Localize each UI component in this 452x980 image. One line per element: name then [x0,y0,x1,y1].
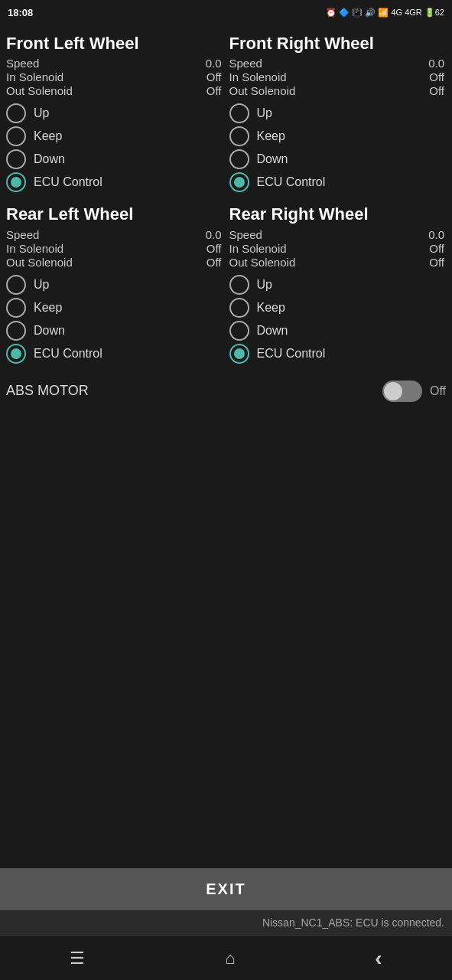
rear-right-radio-ecu[interactable]: ECU Control [229,344,445,364]
front-left-radio-down-circle [6,149,26,169]
bluetooth-icon: 🔷 [339,8,350,18]
front-right-radio-up-label: Up [257,106,272,120]
rear-left-title: Rear Left Wheel [6,204,222,224]
rear-left-radio-group: Up Keep Down ECU Control [6,275,222,364]
rear-right-outsolenoid-value: Off [429,256,444,269]
front-left-radio-group: Up Keep Down ECU Control [6,103,222,192]
front-right-speed-label: Speed [229,57,262,70]
battery-icon: 🔋62 [424,8,444,18]
nav-back-icon[interactable]: ‹ [359,943,397,974]
rear-right-radio-keep-circle [229,298,249,318]
front-right-radio-keep-circle [229,126,249,146]
front-right-title: Front Right Wheel [229,34,445,54]
front-right-speed-row: Speed 0.0 [229,57,445,70]
nav-menu-icon[interactable]: ☰ [54,946,100,972]
front-left-insolenoid-label: In Solenoid [6,70,63,83]
front-right-outsolenoid-row: Out Solenoid Off [229,84,445,97]
front-right-radio-up[interactable]: Up [229,103,445,123]
front-left-radio-keep-label: Keep [34,129,62,143]
front-left-radio-ecu-label: ECU Control [34,175,102,189]
network-4gr: 4GR [405,8,422,17]
front-left-radio-keep[interactable]: Keep [6,126,222,146]
front-right-radio-ecu[interactable]: ECU Control [229,172,445,192]
rear-left-radio-keep-label: Keep [34,301,62,315]
rear-right-radio-up-label: Up [257,278,272,292]
rear-left-radio-ecu-label: ECU Control [34,347,102,361]
abs-motor-toggle[interactable] [382,381,422,402]
rear-right-radio-keep-label: Keep [257,301,285,315]
rear-right-title: Rear Right Wheel [229,204,445,224]
front-right-radio-keep[interactable]: Keep [229,126,445,146]
rear-left-outsolenoid-row: Out Solenoid Off [6,256,222,269]
front-right-radio-down[interactable]: Down [229,149,445,169]
rear-left-radio-keep[interactable]: Keep [6,298,222,318]
rear-right-radio-up[interactable]: Up [229,275,445,295]
front-right-radio-ecu-circle [229,172,249,192]
rear-right-insolenoid-value: Off [429,242,444,255]
rear-left-speed-label: Speed [6,228,39,241]
rear-left-outsolenoid-value: Off [206,256,222,269]
status-bar: 18:08 ⏰ 🔷 📳 🔊 📶 4G 4GR 🔋62 [0,0,452,24]
front-left-radio-up-circle [6,103,26,123]
front-right-radio-keep-label: Keep [257,129,285,143]
front-left-speed-label: Speed [6,57,39,70]
front-right-insolenoid-row: In Solenoid Off [229,70,445,83]
abs-motor-label: ABS MOTOR [6,383,375,399]
rear-right-radio-up-circle [229,275,249,295]
network-4g: 4G [391,8,402,17]
rear-right-radio-keep[interactable]: Keep [229,298,445,318]
rear-left-radio-up-circle [6,275,26,295]
vibrate-icon: 📳 [352,8,363,18]
rear-left-radio-ecu[interactable]: ECU Control [6,344,222,364]
rear-left-radio-down-label: Down [34,324,65,338]
front-right-speed-value: 0.0 [428,57,444,70]
abs-motor-row: ABS MOTOR Off [3,373,449,410]
rear-right-radio-ecu-circle [229,344,249,364]
alarm-icon: ⏰ [326,8,337,18]
ecu-status-bar: Nissan_NC1_ABS: ECU is connected. [0,910,452,935]
rear-left-speed-value: 0.0 [206,228,222,241]
front-left-outsolenoid-label: Out Solenoid [6,84,73,97]
rear-right-outsolenoid-row: Out Solenoid Off [229,256,445,269]
wheels-grid: Front Left Wheel Speed 0.0 In Solenoid O… [3,31,449,373]
front-right-radio-down-circle [229,149,249,169]
rear-left-radio-up[interactable]: Up [6,275,222,295]
rear-left-radio-down[interactable]: Down [6,321,222,341]
nav-home-icon[interactable]: ⌂ [210,946,250,972]
rear-right-speed-label: Speed [229,228,262,241]
rear-left-radio-keep-circle [6,298,26,318]
rear-left-insolenoid-row: In Solenoid Off [6,242,222,255]
front-left-radio-ecu-circle [6,172,26,192]
front-left-title: Front Left Wheel [6,34,222,54]
front-left-speed-row: Speed 0.0 [6,57,222,70]
rear-left-outsolenoid-label: Out Solenoid [6,256,73,269]
front-right-insolenoid-label: In Solenoid [229,70,287,83]
front-left-outsolenoid-value: Off [206,84,222,97]
rear-left-section: Rear Left Wheel Speed 0.0 In Solenoid Of… [3,201,226,372]
front-left-radio-ecu[interactable]: ECU Control [6,172,222,192]
wifi-icon: 📶 [378,8,389,18]
front-left-radio-up[interactable]: Up [6,103,222,123]
front-left-radio-down[interactable]: Down [6,149,222,169]
front-left-speed-value: 0.0 [206,57,222,70]
front-left-section: Front Left Wheel Speed 0.0 In Solenoid O… [3,31,226,201]
abs-motor-state: Off [430,384,446,398]
rear-left-radio-ecu-circle [6,344,26,364]
rear-right-radio-ecu-label: ECU Control [257,347,326,361]
rear-right-radio-down[interactable]: Down [229,321,445,341]
front-left-radio-down-label: Down [34,152,65,166]
front-right-radio-group: Up Keep Down ECU Control [229,103,445,192]
front-left-outsolenoid-row: Out Solenoid Off [6,84,222,97]
rear-right-insolenoid-label: In Solenoid [229,242,287,255]
status-icons: ⏰ 🔷 📳 🔊 📶 4G 4GR 🔋62 [326,8,444,18]
rear-right-radio-down-label: Down [257,324,288,338]
rear-left-insolenoid-label: In Solenoid [6,242,63,255]
rear-left-speed-row: Speed 0.0 [6,228,222,241]
rear-left-insolenoid-value: Off [206,242,222,255]
exit-button[interactable]: EXIT [0,868,452,910]
toggle-knob [384,382,402,400]
front-right-radio-up-circle [229,103,249,123]
rear-right-speed-value: 0.0 [428,228,444,241]
rear-right-outsolenoid-label: Out Solenoid [229,256,296,269]
main-content: Front Left Wheel Speed 0.0 In Solenoid O… [0,24,452,642]
